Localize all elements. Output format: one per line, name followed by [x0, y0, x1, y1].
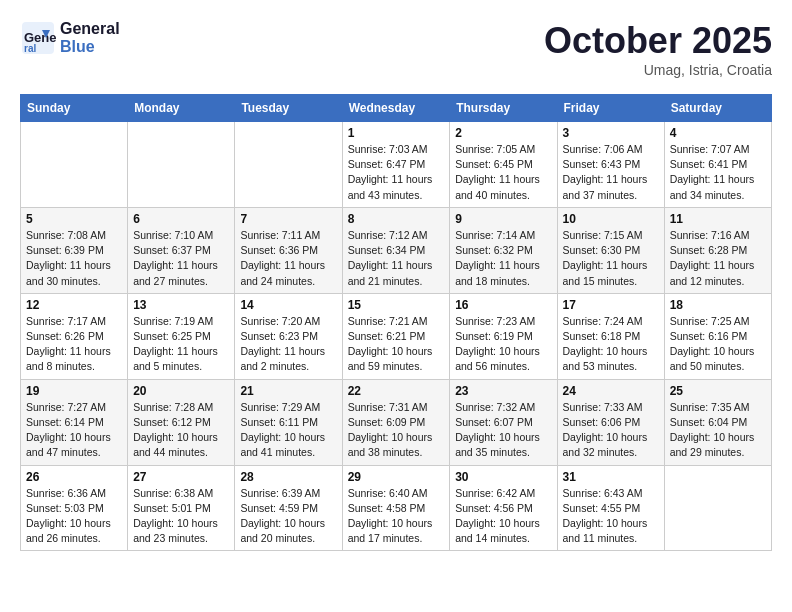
calendar-day-cell: 13Sunrise: 7:19 AM Sunset: 6:25 PM Dayli…: [128, 293, 235, 379]
day-number: 15: [348, 298, 445, 312]
day-info: Sunrise: 7:08 AM Sunset: 6:39 PM Dayligh…: [26, 228, 122, 289]
calendar-day-cell: 9Sunrise: 7:14 AM Sunset: 6:32 PM Daylig…: [450, 207, 557, 293]
calendar-day-cell: 10Sunrise: 7:15 AM Sunset: 6:30 PM Dayli…: [557, 207, 664, 293]
calendar-day-cell: 5Sunrise: 7:08 AM Sunset: 6:39 PM Daylig…: [21, 207, 128, 293]
day-info: Sunrise: 7:16 AM Sunset: 6:28 PM Dayligh…: [670, 228, 766, 289]
day-info: Sunrise: 7:25 AM Sunset: 6:16 PM Dayligh…: [670, 314, 766, 375]
calendar-day-cell: 19Sunrise: 7:27 AM Sunset: 6:14 PM Dayli…: [21, 379, 128, 465]
day-info: Sunrise: 7:32 AM Sunset: 6:07 PM Dayligh…: [455, 400, 551, 461]
title-block: October 2025 Umag, Istria, Croatia: [544, 20, 772, 78]
calendar-day-cell: 20Sunrise: 7:28 AM Sunset: 6:12 PM Dayli…: [128, 379, 235, 465]
day-info: Sunrise: 7:06 AM Sunset: 6:43 PM Dayligh…: [563, 142, 659, 203]
day-number: 14: [240, 298, 336, 312]
day-number: 21: [240, 384, 336, 398]
calendar-day-cell: 6Sunrise: 7:10 AM Sunset: 6:37 PM Daylig…: [128, 207, 235, 293]
calendar-day-cell: [21, 122, 128, 208]
day-number: 20: [133, 384, 229, 398]
calendar-table: SundayMondayTuesdayWednesdayThursdayFrid…: [20, 94, 772, 551]
location-subtitle: Umag, Istria, Croatia: [544, 62, 772, 78]
day-number: 24: [563, 384, 659, 398]
day-info: Sunrise: 7:19 AM Sunset: 6:25 PM Dayligh…: [133, 314, 229, 375]
calendar-day-cell: 15Sunrise: 7:21 AM Sunset: 6:21 PM Dayli…: [342, 293, 450, 379]
day-info: Sunrise: 7:27 AM Sunset: 6:14 PM Dayligh…: [26, 400, 122, 461]
calendar-day-cell: 12Sunrise: 7:17 AM Sunset: 6:26 PM Dayli…: [21, 293, 128, 379]
day-info: Sunrise: 7:07 AM Sunset: 6:41 PM Dayligh…: [670, 142, 766, 203]
day-number: 8: [348, 212, 445, 226]
day-info: Sunrise: 7:35 AM Sunset: 6:04 PM Dayligh…: [670, 400, 766, 461]
day-number: 6: [133, 212, 229, 226]
day-info: Sunrise: 7:28 AM Sunset: 6:12 PM Dayligh…: [133, 400, 229, 461]
day-number: 1: [348, 126, 445, 140]
calendar-day-cell: 25Sunrise: 7:35 AM Sunset: 6:04 PM Dayli…: [664, 379, 771, 465]
day-number: 25: [670, 384, 766, 398]
day-info: Sunrise: 7:11 AM Sunset: 6:36 PM Dayligh…: [240, 228, 336, 289]
day-number: 16: [455, 298, 551, 312]
day-number: 18: [670, 298, 766, 312]
calendar-day-cell: 3Sunrise: 7:06 AM Sunset: 6:43 PM Daylig…: [557, 122, 664, 208]
day-info: Sunrise: 7:12 AM Sunset: 6:34 PM Dayligh…: [348, 228, 445, 289]
day-of-week-header: Monday: [128, 95, 235, 122]
day-number: 30: [455, 470, 551, 484]
calendar-day-cell: 17Sunrise: 7:24 AM Sunset: 6:18 PM Dayli…: [557, 293, 664, 379]
calendar-week-row: 19Sunrise: 7:27 AM Sunset: 6:14 PM Dayli…: [21, 379, 772, 465]
calendar-week-row: 26Sunrise: 6:36 AM Sunset: 5:03 PM Dayli…: [21, 465, 772, 551]
day-info: Sunrise: 7:24 AM Sunset: 6:18 PM Dayligh…: [563, 314, 659, 375]
day-info: Sunrise: 6:39 AM Sunset: 4:59 PM Dayligh…: [240, 486, 336, 547]
day-of-week-header: Wednesday: [342, 95, 450, 122]
day-number: 28: [240, 470, 336, 484]
day-number: 7: [240, 212, 336, 226]
calendar-day-cell: 7Sunrise: 7:11 AM Sunset: 6:36 PM Daylig…: [235, 207, 342, 293]
calendar-day-cell: 30Sunrise: 6:42 AM Sunset: 4:56 PM Dayli…: [450, 465, 557, 551]
month-title: October 2025: [544, 20, 772, 62]
day-info: Sunrise: 7:15 AM Sunset: 6:30 PM Dayligh…: [563, 228, 659, 289]
calendar-day-cell: 14Sunrise: 7:20 AM Sunset: 6:23 PM Dayli…: [235, 293, 342, 379]
day-number: 5: [26, 212, 122, 226]
day-of-week-header: Thursday: [450, 95, 557, 122]
logo-line1: General: [60, 20, 120, 38]
day-number: 10: [563, 212, 659, 226]
day-of-week-header: Saturday: [664, 95, 771, 122]
calendar-header-row: SundayMondayTuesdayWednesdayThursdayFrid…: [21, 95, 772, 122]
day-of-week-header: Tuesday: [235, 95, 342, 122]
day-of-week-header: Friday: [557, 95, 664, 122]
calendar-day-cell: 29Sunrise: 6:40 AM Sunset: 4:58 PM Dayli…: [342, 465, 450, 551]
day-number: 29: [348, 470, 445, 484]
day-info: Sunrise: 7:31 AM Sunset: 6:09 PM Dayligh…: [348, 400, 445, 461]
calendar-day-cell: 2Sunrise: 7:05 AM Sunset: 6:45 PM Daylig…: [450, 122, 557, 208]
day-info: Sunrise: 6:42 AM Sunset: 4:56 PM Dayligh…: [455, 486, 551, 547]
day-info: Sunrise: 6:38 AM Sunset: 5:01 PM Dayligh…: [133, 486, 229, 547]
logo-line2: Blue: [60, 38, 120, 56]
day-info: Sunrise: 7:33 AM Sunset: 6:06 PM Dayligh…: [563, 400, 659, 461]
calendar-day-cell: 1Sunrise: 7:03 AM Sunset: 6:47 PM Daylig…: [342, 122, 450, 208]
calendar-day-cell: 11Sunrise: 7:16 AM Sunset: 6:28 PM Dayli…: [664, 207, 771, 293]
page-header: Gene ral General Blue October 2025 Umag,…: [20, 20, 772, 78]
day-number: 31: [563, 470, 659, 484]
day-info: Sunrise: 6:43 AM Sunset: 4:55 PM Dayligh…: [563, 486, 659, 547]
calendar-week-row: 5Sunrise: 7:08 AM Sunset: 6:39 PM Daylig…: [21, 207, 772, 293]
day-number: 11: [670, 212, 766, 226]
day-number: 23: [455, 384, 551, 398]
calendar-day-cell: 8Sunrise: 7:12 AM Sunset: 6:34 PM Daylig…: [342, 207, 450, 293]
day-info: Sunrise: 7:03 AM Sunset: 6:47 PM Dayligh…: [348, 142, 445, 203]
day-of-week-header: Sunday: [21, 95, 128, 122]
svg-text:ral: ral: [24, 43, 36, 54]
day-number: 4: [670, 126, 766, 140]
day-number: 26: [26, 470, 122, 484]
day-number: 3: [563, 126, 659, 140]
day-info: Sunrise: 7:05 AM Sunset: 6:45 PM Dayligh…: [455, 142, 551, 203]
calendar-day-cell: 31Sunrise: 6:43 AM Sunset: 4:55 PM Dayli…: [557, 465, 664, 551]
day-info: Sunrise: 7:21 AM Sunset: 6:21 PM Dayligh…: [348, 314, 445, 375]
logo: Gene ral General Blue: [20, 20, 120, 56]
calendar-day-cell: 4Sunrise: 7:07 AM Sunset: 6:41 PM Daylig…: [664, 122, 771, 208]
day-info: Sunrise: 7:20 AM Sunset: 6:23 PM Dayligh…: [240, 314, 336, 375]
day-number: 9: [455, 212, 551, 226]
day-number: 22: [348, 384, 445, 398]
day-info: Sunrise: 7:29 AM Sunset: 6:11 PM Dayligh…: [240, 400, 336, 461]
calendar-day-cell: 16Sunrise: 7:23 AM Sunset: 6:19 PM Dayli…: [450, 293, 557, 379]
calendar-day-cell: 24Sunrise: 7:33 AM Sunset: 6:06 PM Dayli…: [557, 379, 664, 465]
day-number: 12: [26, 298, 122, 312]
calendar-day-cell: [128, 122, 235, 208]
day-info: Sunrise: 6:36 AM Sunset: 5:03 PM Dayligh…: [26, 486, 122, 547]
day-info: Sunrise: 7:10 AM Sunset: 6:37 PM Dayligh…: [133, 228, 229, 289]
day-number: 17: [563, 298, 659, 312]
